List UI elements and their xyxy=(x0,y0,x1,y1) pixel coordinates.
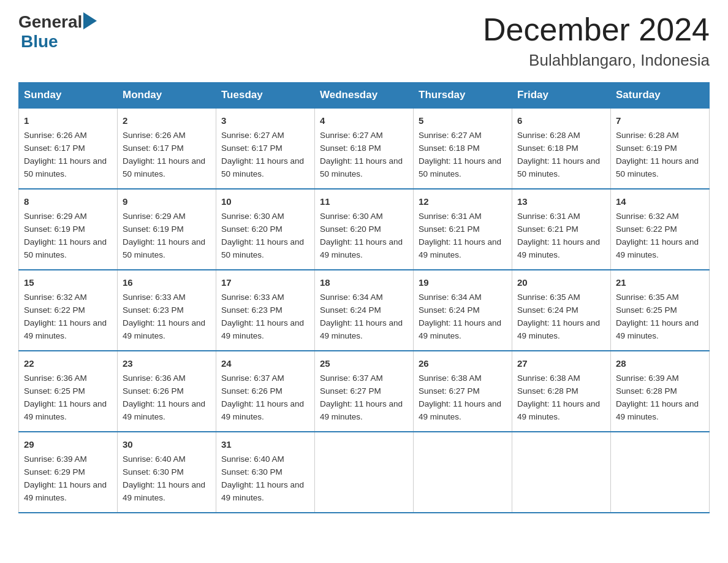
calendar-title-section: December 2024 Bulahblangaro, Indonesia xyxy=(483,12,710,70)
calendar-cell: 25Sunrise: 6:37 AMSunset: 6:27 PMDayligh… xyxy=(315,351,414,432)
daylight-text: Daylight: 11 hours and 49 minutes. xyxy=(616,237,699,259)
calendar-cell: 14Sunrise: 6:32 AMSunset: 6:22 PMDayligh… xyxy=(611,189,710,270)
calendar-cell: 10Sunrise: 6:30 AMSunset: 6:20 PMDayligh… xyxy=(216,189,315,270)
daylight-text: Daylight: 11 hours and 49 minutes. xyxy=(616,399,699,421)
calendar-cell: 22Sunrise: 6:36 AMSunset: 6:25 PMDayligh… xyxy=(19,351,118,432)
day-number: 18 xyxy=(320,275,408,289)
daylight-text: Daylight: 11 hours and 50 minutes. xyxy=(517,156,600,178)
sunrise-text: Sunrise: 6:30 AM xyxy=(320,212,383,221)
calendar-cell: 9Sunrise: 6:29 AMSunset: 6:19 PMDaylight… xyxy=(118,189,216,270)
sunrise-text: Sunrise: 6:29 AM xyxy=(123,212,186,221)
day-number: 29 xyxy=(24,437,112,451)
sunrise-text: Sunrise: 6:28 AM xyxy=(517,131,580,140)
calendar-cell xyxy=(512,432,611,513)
calendar-cell: 7Sunrise: 6:28 AMSunset: 6:19 PMDaylight… xyxy=(611,108,710,189)
header-saturday: Saturday xyxy=(611,83,710,109)
sunset-text: Sunset: 6:17 PM xyxy=(123,144,184,153)
sunset-text: Sunset: 6:28 PM xyxy=(616,386,677,396)
sunset-text: Sunset: 6:19 PM xyxy=(616,144,677,153)
sunset-text: Sunset: 6:21 PM xyxy=(419,224,480,234)
calendar-week-row: 1Sunrise: 6:26 AMSunset: 6:17 PMDaylight… xyxy=(19,108,710,189)
daylight-text: Daylight: 11 hours and 49 minutes. xyxy=(24,399,107,421)
sunrise-text: Sunrise: 6:35 AM xyxy=(616,293,679,302)
sunset-text: Sunset: 6:27 PM xyxy=(419,386,480,396)
daylight-text: Daylight: 11 hours and 50 minutes. xyxy=(123,237,205,259)
day-number: 20 xyxy=(517,275,605,289)
logo-arrow-icon xyxy=(83,12,97,29)
sunset-text: Sunset: 6:17 PM xyxy=(221,144,282,153)
sunset-text: Sunset: 6:22 PM xyxy=(616,224,677,234)
day-number: 17 xyxy=(221,275,309,289)
day-number: 8 xyxy=(24,194,112,209)
daylight-text: Daylight: 11 hours and 49 minutes. xyxy=(517,318,600,340)
sunrise-text: Sunrise: 6:32 AM xyxy=(616,212,679,221)
calendar-week-row: 29Sunrise: 6:39 AMSunset: 6:29 PMDayligh… xyxy=(19,432,710,513)
calendar-cell: 16Sunrise: 6:33 AMSunset: 6:23 PMDayligh… xyxy=(118,270,216,351)
sunrise-text: Sunrise: 6:26 AM xyxy=(24,131,87,140)
calendar-cell: 28Sunrise: 6:39 AMSunset: 6:28 PMDayligh… xyxy=(611,351,710,432)
sunrise-text: Sunrise: 6:33 AM xyxy=(221,293,284,302)
day-number: 9 xyxy=(123,194,211,209)
daylight-text: Daylight: 11 hours and 49 minutes. xyxy=(616,318,699,340)
day-number: 25 xyxy=(320,356,408,370)
page-header: General Blue December 2024 Bulahblangaro… xyxy=(18,12,710,70)
daylight-text: Daylight: 11 hours and 49 minutes. xyxy=(419,318,501,340)
daylight-text: Daylight: 11 hours and 50 minutes. xyxy=(616,156,699,178)
day-number: 26 xyxy=(419,356,507,370)
day-number: 30 xyxy=(123,437,211,451)
daylight-text: Daylight: 11 hours and 49 minutes. xyxy=(320,237,403,259)
sunset-text: Sunset: 6:21 PM xyxy=(517,224,578,234)
daylight-text: Daylight: 11 hours and 50 minutes. xyxy=(221,156,304,178)
calendar-week-row: 22Sunrise: 6:36 AMSunset: 6:25 PMDayligh… xyxy=(19,351,710,432)
calendar-cell: 26Sunrise: 6:38 AMSunset: 6:27 PMDayligh… xyxy=(414,351,512,432)
sunrise-text: Sunrise: 6:40 AM xyxy=(221,454,284,464)
daylight-text: Daylight: 11 hours and 49 minutes. xyxy=(517,399,600,421)
header-wednesday: Wednesday xyxy=(315,83,414,109)
daylight-text: Daylight: 11 hours and 49 minutes. xyxy=(221,399,304,421)
sunrise-text: Sunrise: 6:27 AM xyxy=(320,131,383,140)
daylight-text: Daylight: 11 hours and 49 minutes. xyxy=(123,318,205,340)
day-number: 24 xyxy=(221,356,309,370)
month-year-title: December 2024 xyxy=(483,12,710,47)
sunset-text: Sunset: 6:23 PM xyxy=(221,305,282,315)
sunrise-text: Sunrise: 6:26 AM xyxy=(123,131,186,140)
day-number: 3 xyxy=(221,113,309,128)
header-thursday: Thursday xyxy=(414,83,512,109)
calendar-cell: 24Sunrise: 6:37 AMSunset: 6:26 PMDayligh… xyxy=(216,351,315,432)
day-number: 28 xyxy=(616,356,704,370)
calendar-cell: 19Sunrise: 6:34 AMSunset: 6:24 PMDayligh… xyxy=(414,270,512,351)
calendar-week-row: 8Sunrise: 6:29 AMSunset: 6:19 PMDaylight… xyxy=(19,189,710,270)
sunrise-text: Sunrise: 6:40 AM xyxy=(123,454,186,464)
daylight-text: Daylight: 11 hours and 50 minutes. xyxy=(24,156,107,178)
sunset-text: Sunset: 6:24 PM xyxy=(419,305,480,315)
calendar-header-row: SundayMondayTuesdayWednesdayThursdayFrid… xyxy=(19,83,710,109)
sunset-text: Sunset: 6:18 PM xyxy=(320,144,381,153)
calendar-cell: 18Sunrise: 6:34 AMSunset: 6:24 PMDayligh… xyxy=(315,270,414,351)
calendar-cell: 11Sunrise: 6:30 AMSunset: 6:20 PMDayligh… xyxy=(315,189,414,270)
calendar-cell: 6Sunrise: 6:28 AMSunset: 6:18 PMDaylight… xyxy=(512,108,611,189)
day-number: 12 xyxy=(419,194,507,209)
sunset-text: Sunset: 6:19 PM xyxy=(24,224,85,234)
calendar-cell: 3Sunrise: 6:27 AMSunset: 6:17 PMDaylight… xyxy=(216,108,315,189)
sunrise-text: Sunrise: 6:27 AM xyxy=(221,131,284,140)
calendar-cell: 23Sunrise: 6:36 AMSunset: 6:26 PMDayligh… xyxy=(118,351,216,432)
calendar-cell: 15Sunrise: 6:32 AMSunset: 6:22 PMDayligh… xyxy=(19,270,118,351)
sunset-text: Sunset: 6:30 PM xyxy=(221,467,282,477)
sunset-text: Sunset: 6:17 PM xyxy=(24,144,85,153)
day-number: 7 xyxy=(616,113,704,128)
calendar-cell xyxy=(611,432,710,513)
daylight-text: Daylight: 11 hours and 49 minutes. xyxy=(517,237,600,259)
location-title: Bulahblangaro, Indonesia xyxy=(483,51,710,70)
sunset-text: Sunset: 6:19 PM xyxy=(123,224,184,234)
sunrise-text: Sunrise: 6:34 AM xyxy=(419,293,482,302)
header-sunday: Sunday xyxy=(19,83,118,109)
sunset-text: Sunset: 6:23 PM xyxy=(123,305,184,315)
calendar-cell xyxy=(315,432,414,513)
calendar-cell: 29Sunrise: 6:39 AMSunset: 6:29 PMDayligh… xyxy=(19,432,118,513)
sunset-text: Sunset: 6:27 PM xyxy=(320,386,381,396)
daylight-text: Daylight: 11 hours and 49 minutes. xyxy=(320,399,403,421)
day-number: 13 xyxy=(517,194,605,209)
sunrise-text: Sunrise: 6:31 AM xyxy=(517,212,580,221)
daylight-text: Daylight: 11 hours and 49 minutes. xyxy=(419,237,501,259)
day-number: 4 xyxy=(320,113,408,128)
